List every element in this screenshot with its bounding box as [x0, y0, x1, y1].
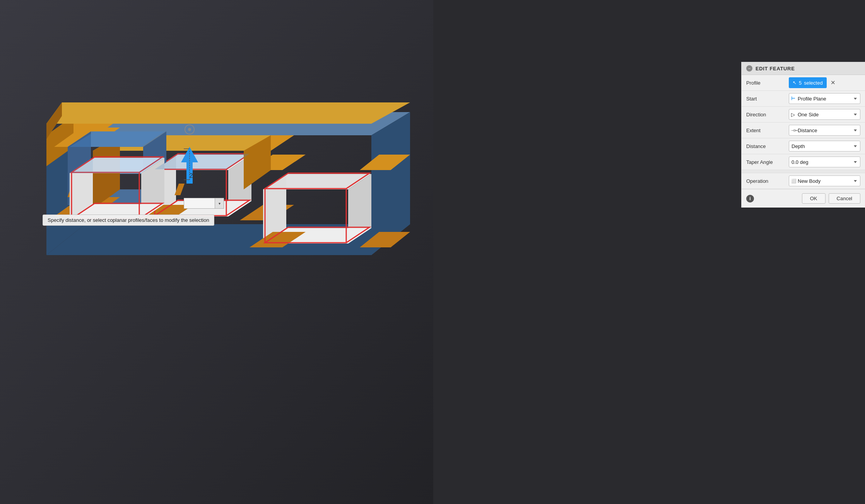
depth-input-container[interactable]: Depth ▾	[184, 198, 224, 209]
extent-select-wrapper: ⊣⊢ Distance	[789, 125, 860, 136]
depth-dropdown-arrow: ▾	[219, 201, 221, 206]
cursor-icon: ↖	[793, 80, 797, 85]
operation-select-wrapper: ⬜ New Body	[789, 175, 860, 186]
profile-clear-button[interactable]: ✕	[828, 78, 838, 87]
direction-select[interactable]: One Side	[789, 109, 860, 120]
taper-angle-row: Taper Angle 0.0 deg	[742, 154, 865, 170]
operation-control: ⬜ New Body	[789, 175, 860, 186]
taper-angle-select[interactable]: 0.0 deg	[789, 157, 860, 167]
3d-model: 2.00	[0, 0, 433, 504]
profile-row: Profile ↖ 5 selected ✕	[742, 75, 865, 91]
3d-viewport[interactable]: 2.00 Depth ▾ Specify distance, or select…	[0, 0, 433, 504]
distance-control: Depth	[789, 141, 860, 152]
operation-row: Operation ⬜ New Body	[742, 173, 865, 189]
direction-select-wrapper: ▷ One Side	[789, 109, 860, 120]
start-select-wrapper: ⊢ Profile Plane	[789, 93, 860, 104]
panel-separator	[742, 170, 865, 173]
distance-label: Distance	[746, 143, 789, 149]
direction-label: Direction	[746, 112, 789, 117]
info-button[interactable]: i	[746, 195, 754, 203]
direction-row: Direction ▷ One Side	[742, 107, 865, 123]
tooltip-text: Specify distance, or select coplanar pro…	[48, 217, 209, 223]
edit-feature-panel: − EDIT FEATURE Profile ↖ 5 selected ✕ St…	[741, 62, 865, 208]
tooltip-bar: Specify distance, or select coplanar pro…	[43, 215, 214, 226]
svg-marker-7	[46, 102, 410, 124]
profile-label: Profile	[746, 80, 789, 86]
taper-angle-select-wrapper: 0.0 deg	[789, 157, 860, 167]
taper-angle-control: 0.0 deg	[789, 157, 860, 167]
distance-row: Distance Depth	[742, 138, 865, 154]
extent-select[interactable]: Distance	[789, 125, 860, 136]
direction-control: ▷ One Side	[789, 109, 860, 120]
distance-select-wrapper: Depth	[789, 141, 860, 152]
extent-row: Extent ⊣⊢ Distance	[742, 123, 865, 138]
panel-footer: i OK Cancel	[742, 189, 865, 208]
extent-control: ⊣⊢ Distance	[789, 125, 860, 136]
start-select[interactable]: Profile Plane	[789, 93, 860, 104]
svg-point-61	[188, 128, 191, 131]
depth-input[interactable]: Depth	[184, 198, 215, 209]
profile-count: 5	[799, 80, 802, 86]
profile-selected-button[interactable]: ↖ 5 selected	[789, 77, 827, 88]
operation-select[interactable]: New Body	[789, 175, 860, 186]
distance-select[interactable]: Depth	[789, 141, 860, 152]
dimension-value: 2.00	[189, 172, 201, 179]
taper-angle-label: Taper Angle	[746, 159, 789, 165]
ok-button[interactable]: OK	[802, 193, 826, 204]
profile-selected-text: selected	[804, 80, 822, 86]
collapse-button[interactable]: −	[746, 65, 752, 72]
start-label: Start	[746, 96, 789, 102]
cancel-button[interactable]: Cancel	[829, 193, 860, 204]
start-row: Start ⊢ Profile Plane	[742, 91, 865, 107]
panel-title: EDIT FEATURE	[756, 66, 795, 72]
operation-label: Operation	[746, 178, 789, 184]
depth-dropdown-button[interactable]: ▾	[215, 198, 224, 209]
panel-header: − EDIT FEATURE	[742, 62, 865, 75]
profile-control: ↖ 5 selected ✕	[789, 77, 860, 88]
extent-label: Extent	[746, 128, 789, 133]
start-control: ⊢ Profile Plane	[789, 93, 860, 104]
